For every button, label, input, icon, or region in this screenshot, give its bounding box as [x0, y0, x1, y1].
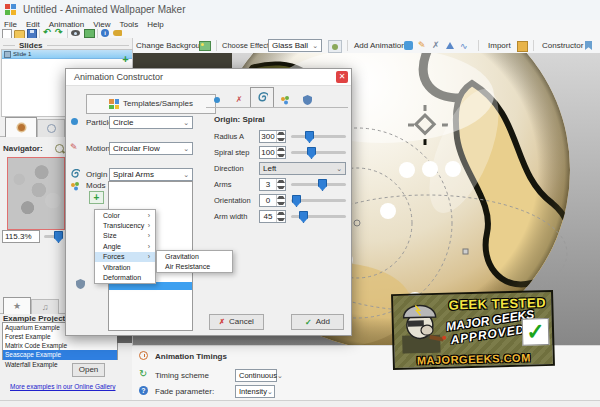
chevron-down-icon: ⌄	[183, 145, 189, 152]
effect-select[interactable]: Glass Ball ⌄	[268, 39, 322, 52]
close-icon[interactable]: ✕	[336, 71, 348, 83]
mods-label: Mods	[86, 182, 106, 190]
arms-spinner[interactable]: 3	[259, 178, 286, 191]
menu-item-color[interactable]: Color›	[95, 210, 155, 220]
menu-item-size[interactable]: Size›	[95, 231, 155, 241]
tab-shield[interactable]	[296, 92, 318, 107]
tab-music[interactable]: ♫	[31, 299, 59, 314]
shield-icon	[303, 95, 312, 105]
motion-select[interactable]: Circular Flow ⌄	[109, 142, 193, 155]
orientation-slider-handle[interactable]	[292, 195, 301, 207]
menu-help[interactable]: Help	[147, 21, 163, 29]
spinner-arrows[interactable]	[276, 179, 285, 190]
open-project-button[interactable]: Open	[72, 363, 105, 377]
zoom-input[interactable]: 115.3%	[2, 230, 40, 243]
direction-select[interactable]: Left ⌄	[259, 162, 346, 175]
apply-effect-button[interactable]	[328, 40, 342, 53]
add-slide-button[interactable]: +	[120, 54, 131, 65]
menu-item-translucency[interactable]: Translucency›	[95, 220, 155, 230]
circle-icon	[47, 124, 56, 133]
fade-parameter-select[interactable]: Intensity ⌄	[235, 385, 275, 398]
spinner-arrows[interactable]	[276, 147, 285, 158]
menu-view[interactable]: View	[93, 21, 110, 29]
menu-edit[interactable]: Edit	[26, 21, 40, 29]
arm-width-spinner[interactable]: 45	[259, 210, 286, 223]
undo-icon[interactable]: ↶	[43, 27, 51, 37]
spinner-arrows[interactable]	[276, 195, 285, 206]
orientation-spinner[interactable]: 0	[259, 194, 286, 207]
timing-scheme-select[interactable]: Continuous ⌄	[235, 369, 277, 382]
tab-examples[interactable]: ★	[3, 297, 31, 314]
check-icon: ✓	[526, 319, 545, 345]
spinner-arrows[interactable]	[276, 211, 285, 222]
monitor-icon[interactable]	[84, 29, 95, 38]
menu-tools[interactable]: Tools	[119, 21, 138, 29]
leaves-icon	[280, 95, 290, 105]
constructor-icon[interactable]	[585, 41, 592, 50]
tab-motion[interactable]: ✗	[228, 92, 250, 107]
arm-width-slider-handle[interactable]	[299, 211, 308, 223]
change-background-button[interactable]: Change Background	[136, 42, 209, 50]
radius-a-slider[interactable]	[291, 135, 346, 138]
submenu-item-air-resistance[interactable]: Air Resistance	[157, 261, 232, 271]
templates-samples-button[interactable]: Templates/Samples	[86, 94, 216, 114]
spiral-step-slider-handle[interactable]	[307, 147, 316, 159]
menu-item-forces[interactable]: Forces›	[95, 252, 155, 262]
graph-animation-icon[interactable]	[446, 42, 454, 49]
preview-eye-icon[interactable]	[71, 30, 80, 36]
settings-wrench-icon[interactable]	[113, 30, 122, 36]
star-icon: ★	[13, 301, 21, 311]
origin-select[interactable]: Spiral Arms ⌄	[109, 168, 193, 181]
menu-item-vibration[interactable]: Vibration	[95, 262, 155, 272]
spiral-step-spinner[interactable]: 100	[259, 146, 286, 159]
window-title: Untitled - Animated Wallpaper Maker	[23, 5, 185, 15]
pencil-animation-icon[interactable]: ✎	[418, 40, 426, 50]
chevron-down-icon: ⌄	[336, 165, 342, 172]
menu-file[interactable]: File	[4, 21, 17, 29]
submenu-item-gravitation[interactable]: Gravitation	[157, 251, 232, 261]
redo-icon[interactable]: ↷	[55, 27, 63, 37]
mods-context-menu: Color› Translucency› Size› Angle› Forces…	[94, 209, 156, 284]
tab-origin-selected[interactable]	[250, 87, 274, 107]
slide-row[interactable]: Slide 1	[2, 50, 132, 59]
info-icon[interactable]: i	[101, 29, 109, 37]
mods-icon	[70, 181, 80, 191]
menu-item-angle[interactable]: Angle›	[95, 241, 155, 251]
radius-a-slider-handle[interactable]	[305, 131, 314, 143]
menu-item-deformation[interactable]: Deformation	[95, 272, 155, 282]
wave-animation-icon[interactable]: ∿	[460, 41, 468, 51]
list-item-selected[interactable]: Seascape Example	[3, 350, 117, 359]
submenu-arrow-icon: ›	[148, 212, 150, 219]
import-button[interactable]: Import	[488, 42, 511, 50]
param-label: Orientation	[214, 197, 251, 205]
constructor-button[interactable]: Constructor	[542, 42, 583, 50]
list-item[interactable]: Matrix Code Example	[3, 341, 117, 350]
tab-mods[interactable]	[274, 92, 296, 107]
online-gallery-link[interactable]: More examples in our Online Gallery	[10, 383, 116, 390]
radius-a-spinner[interactable]: 300	[259, 130, 286, 143]
add-button[interactable]: ✓ Add	[291, 314, 344, 330]
tab-effects[interactable]	[37, 119, 65, 137]
navigator-preview[interactable]	[7, 157, 65, 230]
cancel-button[interactable]: ✗ Cancel	[209, 314, 264, 330]
tab-particle[interactable]	[206, 92, 228, 107]
cross-animation-icon[interactable]: ✗	[432, 40, 440, 50]
chevron-down-icon: ⌄	[312, 42, 318, 49]
add-mod-button[interactable]: +	[89, 191, 104, 204]
timings-header: Animation Timings	[155, 353, 227, 361]
cross-icon: ✗	[236, 95, 243, 104]
templates-icon	[109, 99, 119, 109]
sprite-animation-icon[interactable]	[404, 41, 413, 50]
dialog-title-bar[interactable]: Animation Constructor ✕	[66, 69, 351, 86]
zoom-slider-handle[interactable]	[54, 231, 63, 243]
arms-slider-handle[interactable]	[318, 179, 327, 191]
flower-icon	[18, 124, 25, 131]
spiral-step-slider[interactable]	[291, 151, 346, 154]
background-image-icon[interactable]	[199, 41, 211, 51]
particle-select[interactable]: Circle ⌄	[109, 116, 193, 129]
spinner-arrows[interactable]	[276, 131, 285, 142]
import-icon[interactable]	[517, 41, 528, 52]
tab-navigator[interactable]	[5, 117, 37, 137]
zoom-value: 115.3%	[5, 232, 32, 241]
slide-thumb-icon	[4, 51, 11, 58]
